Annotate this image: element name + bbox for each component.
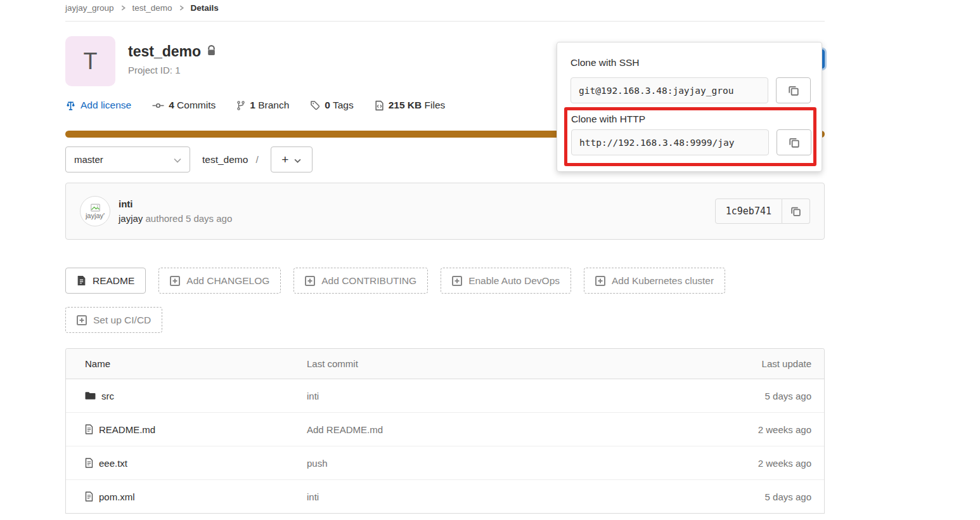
header-last-commit: Last commit: [307, 358, 662, 369]
files-stat[interactable]: 215 KB Files: [375, 100, 446, 111]
project-identity: T test_demo Project ID: 1: [65, 36, 216, 86]
quick-actions-row-2: Set up CI/CD: [65, 307, 825, 333]
plus-square-icon: [305, 276, 315, 286]
project-title-block: test_demo Project ID: 1: [128, 36, 216, 86]
readme-label: README: [93, 275, 134, 287]
chevron-right-icon: [120, 5, 126, 11]
add-file-dropdown-button[interactable]: +: [271, 146, 313, 172]
branches-count: 1: [250, 100, 255, 110]
chevron-down-icon: [294, 154, 301, 166]
set-up-cicd-button[interactable]: Set up CI/CD: [65, 307, 162, 333]
commit-icon: [152, 101, 164, 110]
commits-stat[interactable]: 4 Commits: [152, 100, 216, 111]
clone-ssh-label: Clone with SSH: [571, 57, 640, 68]
tag-icon: [310, 100, 320, 110]
clone-dropdown-panel: Clone with SSH git@192.168.3.48:jayjay_g…: [557, 42, 822, 172]
table-row[interactable]: srcinti5 days ago: [66, 379, 824, 413]
breadcrumb-project-link[interactable]: test_demo: [132, 3, 172, 13]
add-license-label: Add license: [81, 100, 131, 111]
table-row[interactable]: README.mdAdd README.md2 weeks ago: [66, 413, 824, 446]
file-name-link[interactable]: eee.txt: [99, 458, 127, 469]
commit-message-link[interactable]: Add README.md: [307, 424, 662, 435]
last-update-text: 5 days ago: [662, 491, 824, 502]
clone-http-url-input[interactable]: http://192.168.3.48:9999/jay: [571, 129, 769, 155]
branches-stat[interactable]: 1 Branch: [236, 100, 289, 111]
branch-icon: [236, 100, 245, 111]
annotation-highlight-box: Clone with HTTP http://192.168.3.48:9999…: [564, 107, 816, 166]
tags-count: 0: [325, 100, 330, 110]
files-size: 215 KB: [389, 100, 422, 110]
readme-button[interactable]: README: [65, 268, 146, 294]
commit-author-link[interactable]: jayjay: [119, 213, 143, 224]
copy-icon: [789, 137, 800, 148]
add-changelog-button[interactable]: Add CHANGELOG: [158, 268, 281, 294]
author-avatar-broken[interactable]: jayjay': [80, 196, 110, 226]
clone-http-group: http://192.168.3.48:9999/jay: [571, 129, 813, 155]
branch-selector[interactable]: master: [65, 146, 190, 172]
repo-path: test_demo /: [202, 154, 259, 166]
file-icon: [85, 491, 93, 502]
breadcrumb-group-link[interactable]: jayjay_group: [65, 3, 114, 13]
file-table-header: Name Last commit Last update: [66, 349, 824, 379]
path-separator: /: [255, 154, 258, 166]
add-contributing-button[interactable]: Add CONTRIBUTING: [293, 268, 428, 294]
scale-icon: [65, 100, 76, 111]
add-kubernetes-cluster-button[interactable]: Add Kubernetes cluster: [584, 268, 725, 294]
file-name-link[interactable]: README.md: [99, 424, 155, 435]
commit-title-link[interactable]: inti: [119, 198, 232, 209]
breadcrumb: jayjay_group test_demo Details: [65, 0, 825, 22]
folder-icon: [85, 391, 96, 400]
enable-auto-devops-button[interactable]: Enable Auto DevOps: [441, 268, 571, 294]
chevron-right-icon: [179, 5, 184, 11]
broken-image-icon: [91, 204, 100, 212]
file-name-link[interactable]: pom.xml: [99, 491, 135, 502]
plus-square-icon: [452, 276, 462, 286]
file-table-body: srcinti5 days agoREADME.mdAdd README.md2…: [66, 379, 824, 514]
commit-meta-text: authored 5 days ago: [146, 213, 233, 224]
clone-ssh-group: git@192.168.3.48:jayjay_grou: [571, 77, 811, 103]
set-up-cicd-label: Set up CI/CD: [93, 315, 151, 326]
file-icon: [85, 424, 93, 434]
copy-icon: [788, 85, 799, 96]
commit-message-link[interactable]: inti: [307, 491, 662, 502]
last-commit-box: jayjay' inti jayjay authored 5 days ago …: [65, 183, 825, 240]
add-license-link[interactable]: Add license: [65, 100, 131, 111]
project-title: test_demo: [128, 43, 201, 60]
branches-label: Branch: [258, 100, 289, 110]
file-document-icon: [375, 100, 384, 111]
breadcrumb-current: Details: [191, 3, 219, 13]
commit-sha-group: 1c9eb741: [715, 198, 810, 224]
plus-square-icon: [170, 276, 180, 286]
repo-path-root[interactable]: test_demo: [202, 154, 248, 166]
avatar-alt-text: jayjay': [86, 212, 105, 219]
document-icon: [77, 275, 86, 286]
plus-square-icon: [595, 276, 605, 286]
clone-http-label: Clone with HTTP: [571, 114, 813, 125]
project-id: Project ID: 1: [128, 65, 216, 75]
copy-ssh-url-button[interactable]: [776, 77, 811, 103]
commits-count: 4: [169, 100, 174, 110]
files-label: Files: [425, 100, 446, 110]
file-name-link[interactable]: src: [101, 391, 114, 401]
add-contributing-label: Add CONTRIBUTING: [321, 275, 416, 287]
tags-stat[interactable]: 0 Tags: [310, 100, 353, 111]
last-update-text: 5 days ago: [662, 391, 824, 401]
last-update-text: 2 weeks ago: [662, 458, 824, 469]
copy-http-url-button[interactable]: [777, 129, 811, 155]
enable-auto-devops-label: Enable Auto DevOps: [468, 275, 560, 287]
table-row[interactable]: eee.txtpush2 weeks ago: [66, 446, 824, 480]
table-row[interactable]: pom.xmlinti5 days ago: [66, 480, 824, 514]
lock-icon: [207, 45, 216, 58]
add-changelog-label: Add CHANGELOG: [186, 275, 269, 287]
last-update-text: 2 weeks ago: [662, 424, 824, 435]
quick-actions-row-1: README Add CHANGELOG Add CONTRIBUTING En…: [65, 268, 825, 294]
copy-sha-button[interactable]: [782, 198, 810, 224]
commit-message-link[interactable]: push: [307, 458, 662, 469]
chevron-down-icon: [174, 154, 181, 165]
tags-label: Tags: [333, 100, 354, 110]
clone-ssh-url-input[interactable]: git@192.168.3.48:jayjay_grou: [571, 77, 768, 103]
copy-icon: [790, 206, 801, 217]
commit-message-link[interactable]: inti: [307, 391, 662, 401]
branch-name: master: [74, 154, 103, 165]
file-icon: [85, 458, 93, 468]
